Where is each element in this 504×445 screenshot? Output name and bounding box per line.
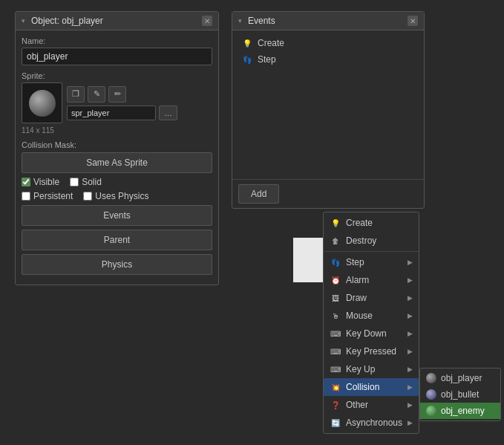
menu-item-keypressed[interactable]: ⌨ Key Pressed ▶ xyxy=(324,342,419,360)
menu-async-label: Asynchronous xyxy=(346,418,402,428)
menu-alarm-label: Alarm xyxy=(346,275,369,285)
sprite-top-buttons: ❐ ✎ ✏ xyxy=(67,86,177,103)
menu-divider-1 xyxy=(324,251,419,252)
visible-label: Visible xyxy=(33,177,59,187)
sprite-image xyxy=(29,90,56,117)
object-panel-close-button[interactable]: ✕ xyxy=(202,16,212,26)
step-event-label: Step xyxy=(258,54,276,65)
sprite-copy-button[interactable]: ❐ xyxy=(67,86,85,103)
keypressed-submenu-chevron: ▶ xyxy=(408,348,413,355)
checkboxes-row-2: Persistent Uses Physics xyxy=(22,191,212,201)
collision-submenu-chevron: ▶ xyxy=(408,383,413,391)
step-menu-icon: 👣 xyxy=(330,256,341,268)
menu-collision-label: Collision xyxy=(346,382,379,392)
persistent-checkbox-item[interactable]: Persistent xyxy=(22,191,73,201)
sprite-controls: ❐ ✎ ✏ … xyxy=(67,86,177,120)
menu-item-step[interactable]: 👣 Step ▶ xyxy=(324,253,419,271)
sprite-edit-button[interactable]: ✎ xyxy=(88,86,105,103)
obj-enemy-label: obj_enemy xyxy=(441,406,485,416)
sprite-name-input[interactable] xyxy=(67,105,156,120)
persistent-checkbox[interactable] xyxy=(22,192,30,201)
keyup-menu-icon: ⌨ xyxy=(330,363,341,375)
solid-checkbox[interactable] xyxy=(70,178,79,186)
menu-item-collision[interactable]: 💥 Collision ▶ xyxy=(324,378,419,396)
step-submenu-chevron: ▶ xyxy=(408,259,413,266)
sprite-size: 114 x 115 xyxy=(22,126,212,134)
menu-keyup-label: Key Up xyxy=(346,364,375,374)
object-panel: ▾ Object: obj_player ✕ Name: Sprite: ❐ ✎… xyxy=(15,11,219,285)
solid-checkbox-item[interactable]: Solid xyxy=(70,177,102,187)
menu-mouse-label: Mouse xyxy=(346,311,373,321)
sprite-menu-button[interactable]: … xyxy=(159,105,177,120)
async-submenu-chevron: ▶ xyxy=(408,419,413,426)
obj-bullet-label: obj_bullet xyxy=(441,389,479,400)
create-event-icon: 💡 xyxy=(241,37,253,49)
async-menu-icon: 🔄 xyxy=(330,417,341,429)
menu-item-keyup[interactable]: ⌨ Key Up ▶ xyxy=(324,360,419,378)
menu-destroy-label: Destroy xyxy=(346,236,376,246)
checkboxes-row-1: Visible Solid xyxy=(22,177,212,187)
collision-submenu: obj_player obj_bullet obj_enemy xyxy=(419,368,501,421)
menu-item-keydown[interactable]: ⌨ Key Down ▶ xyxy=(324,325,419,342)
sprite-thumbnail xyxy=(22,82,62,123)
mouse-submenu-chevron: ▶ xyxy=(408,312,413,319)
menu-item-mouse[interactable]: 🖱 Mouse ▶ xyxy=(324,307,419,325)
draw-submenu-chevron: ▶ xyxy=(408,294,413,302)
menu-keypressed-label: Key Pressed xyxy=(346,346,396,357)
submenu-item-obj-player[interactable]: obj_player xyxy=(420,370,500,386)
events-list: 💡 Create 👣 Step xyxy=(232,30,424,179)
dropdown-menu: 💡 Create 🗑 Destroy 👣 Step ▶ ⏰ Alarm ▶ 🖼 … xyxy=(323,212,419,434)
uses-physics-checkbox-item[interactable]: Uses Physics xyxy=(83,191,148,201)
menu-item-create[interactable]: 💡 Create xyxy=(324,214,419,232)
keypressed-menu-icon: ⌨ xyxy=(330,345,341,357)
events-panel-titlebar: ▾ Events ✕ xyxy=(232,12,424,30)
uses-physics-checkbox[interactable] xyxy=(83,192,92,201)
menu-item-other[interactable]: ❓ Other ▶ xyxy=(324,396,419,414)
add-btn-row: Add xyxy=(232,179,424,208)
object-panel-body: Name: Sprite: ❐ ✎ ✏ … 114 x 115 Collisio… xyxy=(16,30,218,285)
menu-item-alarm[interactable]: ⏰ Alarm ▶ xyxy=(324,271,419,289)
sprite-name-row: … xyxy=(67,105,177,120)
events-panel-title: Events xyxy=(248,16,275,26)
name-input[interactable] xyxy=(22,48,212,65)
event-item-create[interactable]: 💡 Create xyxy=(238,35,418,51)
event-item-step[interactable]: 👣 Step xyxy=(238,51,418,68)
object-panel-title: Object: obj_player xyxy=(31,16,103,26)
menu-item-destroy[interactable]: 🗑 Destroy xyxy=(324,232,419,250)
menu-item-draw[interactable]: 🖼 Draw ▶ xyxy=(324,289,419,307)
alarm-submenu-chevron: ▶ xyxy=(408,276,413,284)
collision-mask-label: Collision Mask: xyxy=(22,140,212,149)
persistent-label: Persistent xyxy=(33,191,73,201)
menu-keydown-label: Key Down xyxy=(346,328,387,339)
submenu-item-obj-enemy[interactable]: obj_enemy xyxy=(420,403,500,419)
submenu-item-obj-bullet[interactable]: obj_bullet xyxy=(420,386,500,403)
obj-bullet-icon xyxy=(426,389,436,400)
sprite-brush-button[interactable]: ✏ xyxy=(108,86,126,103)
keydown-submenu-chevron: ▶ xyxy=(408,330,413,337)
other-submenu-chevron: ▶ xyxy=(408,401,413,409)
visible-checkbox[interactable] xyxy=(22,178,30,186)
obj-player-icon xyxy=(426,373,436,383)
destroy-menu-icon: 🗑 xyxy=(330,235,341,247)
menu-create-label: Create xyxy=(346,218,373,228)
obj-player-label: obj_player xyxy=(441,373,482,383)
keyup-submenu-chevron: ▶ xyxy=(408,366,413,373)
events-panel-arrow: ▾ xyxy=(238,17,242,25)
obj-enemy-icon xyxy=(426,406,436,416)
events-button[interactable]: Events xyxy=(22,205,212,226)
menu-item-async[interactable]: 🔄 Asynchronous ▶ xyxy=(324,414,419,432)
collision-mask-button[interactable]: Same As Sprite xyxy=(22,152,212,173)
collision-menu-icon: 💥 xyxy=(330,381,341,393)
menu-other-label: Other xyxy=(346,400,368,410)
alarm-menu-icon: ⏰ xyxy=(330,274,341,286)
keydown-menu-icon: ⌨ xyxy=(330,328,341,340)
sprite-row: ❐ ✎ ✏ … xyxy=(22,82,212,123)
visible-checkbox-item[interactable]: Visible xyxy=(22,177,59,187)
menu-step-label: Step xyxy=(346,257,364,267)
physics-button[interactable]: Physics xyxy=(22,254,212,275)
parent-button[interactable]: Parent xyxy=(22,230,212,250)
add-event-button[interactable]: Add xyxy=(238,184,279,204)
events-panel-close-button[interactable]: ✕ xyxy=(408,16,418,26)
menu-draw-label: Draw xyxy=(346,293,367,303)
sprite-label: Sprite: xyxy=(22,71,212,80)
